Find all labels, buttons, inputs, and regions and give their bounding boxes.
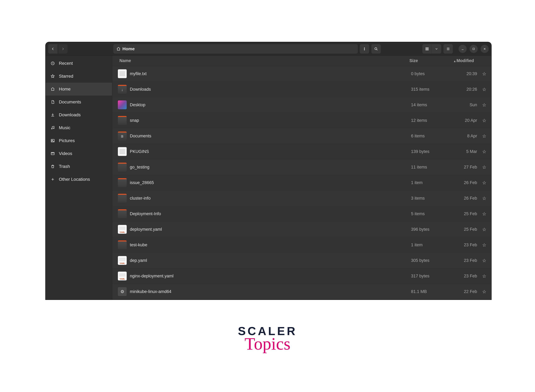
file-row[interactable]: cluster-info3 items26 Feb bbox=[112, 191, 491, 206]
hamburger-menu-button[interactable] bbox=[444, 44, 453, 54]
sidebar-item-starred[interactable]: Starred bbox=[46, 70, 112, 83]
window-body: RecentStarredHomeDocumentsDownloadsMusic… bbox=[46, 56, 491, 300]
view-grid-button[interactable] bbox=[422, 44, 432, 54]
star-button[interactable] bbox=[477, 227, 491, 232]
star-button[interactable] bbox=[477, 164, 491, 170]
sort-ascending-icon bbox=[454, 58, 456, 63]
path-controls bbox=[360, 44, 381, 54]
star-button[interactable] bbox=[477, 118, 491, 123]
svg-rect-7 bbox=[427, 49, 428, 50]
music-icon bbox=[50, 126, 55, 130]
svg-rect-12 bbox=[51, 139, 54, 142]
watermark: SCALER Topics bbox=[238, 325, 297, 352]
sidebar-item-documents[interactable]: Documents bbox=[46, 96, 112, 108]
downloads-icon bbox=[50, 113, 55, 117]
file-row[interactable]: go_testing11 items27 Feb bbox=[112, 159, 491, 175]
file-size: 11 items bbox=[411, 165, 444, 170]
star-button[interactable] bbox=[477, 149, 491, 154]
file-size: 0 bytes bbox=[411, 71, 444, 76]
file-row[interactable]: Downloads315 items20:26 bbox=[112, 82, 491, 97]
star-button[interactable] bbox=[477, 242, 491, 248]
other-icon bbox=[50, 177, 55, 181]
star-button[interactable] bbox=[477, 211, 491, 217]
svg-point-3 bbox=[375, 47, 377, 50]
file-modified: 25 Feb bbox=[444, 227, 477, 232]
exec-icon bbox=[118, 287, 127, 296]
file-row[interactable]: issue_286651 item26 Feb bbox=[112, 175, 491, 191]
file-size: 1 item bbox=[411, 180, 444, 185]
sidebar-item-home[interactable]: Home bbox=[46, 83, 112, 96]
star-button[interactable] bbox=[477, 87, 491, 92]
file-modified: 23 Feb bbox=[444, 258, 477, 263]
search-button[interactable] bbox=[371, 44, 381, 54]
recent-icon bbox=[50, 61, 55, 65]
back-button[interactable] bbox=[48, 44, 57, 54]
sidebar-item-videos[interactable]: Videos bbox=[46, 147, 112, 160]
svg-point-0 bbox=[364, 48, 365, 48]
file-name: snap bbox=[130, 118, 411, 123]
file-name: issue_28665 bbox=[130, 180, 411, 185]
star-button[interactable] bbox=[477, 102, 491, 108]
forward-button[interactable] bbox=[58, 44, 68, 54]
file-name: Desktop bbox=[130, 103, 411, 107]
sidebar: RecentStarredHomeDocumentsDownloadsMusic… bbox=[46, 56, 112, 300]
file-row[interactable]: deployment.yaml396 bytes25 Feb bbox=[112, 222, 491, 237]
file-manager-window: Home bbox=[46, 42, 491, 300]
star-icon bbox=[482, 103, 486, 107]
file-modified: 23 Feb bbox=[444, 243, 477, 247]
sidebar-item-music[interactable]: Music bbox=[46, 121, 112, 134]
svg-rect-5 bbox=[427, 48, 428, 49]
documents-icon bbox=[50, 100, 55, 104]
star-button[interactable] bbox=[477, 273, 491, 279]
sidebar-item-other-locations[interactable]: Other Locations bbox=[46, 173, 112, 186]
folder-icon bbox=[118, 240, 127, 249]
svg-point-1 bbox=[364, 49, 365, 49]
path-menu-button[interactable] bbox=[360, 44, 369, 54]
view-dropdown-button[interactable] bbox=[432, 44, 441, 54]
content-pane: Name Size Modified myfile.txt0 bytes20:3… bbox=[112, 56, 491, 300]
sidebar-item-downloads[interactable]: Downloads bbox=[46, 108, 112, 121]
file-row[interactable]: minikube-linux-amd6481.1 MB22 Feb bbox=[112, 284, 491, 299]
close-button[interactable] bbox=[481, 45, 489, 53]
file-modified: 26 Feb bbox=[444, 196, 477, 201]
star-button[interactable] bbox=[477, 71, 491, 77]
file-size: 5 items bbox=[411, 211, 444, 216]
file-size: 396 bytes bbox=[411, 227, 444, 232]
minimize-button[interactable] bbox=[459, 45, 467, 53]
file-row[interactable]: PKUGINS139 bytes5 Mar bbox=[112, 144, 491, 159]
file-modified: 8 Apr bbox=[444, 134, 477, 139]
file-row[interactable]: myfile.txt0 bytes20:39 bbox=[112, 66, 491, 82]
file-name: minikube-linux-amd64 bbox=[130, 289, 411, 294]
file-row[interactable]: Deployment-Info5 items25 Feb bbox=[112, 206, 491, 222]
star-button[interactable] bbox=[477, 180, 491, 186]
sidebar-item-pictures[interactable]: Pictures bbox=[46, 134, 112, 147]
col-modified-header[interactable]: Modified bbox=[443, 58, 477, 63]
sidebar-item-label: Starred bbox=[59, 74, 73, 79]
star-button[interactable] bbox=[477, 258, 491, 263]
folder-icon bbox=[118, 163, 127, 172]
file-size: 315 items bbox=[411, 87, 444, 92]
headerbar: Home bbox=[46, 42, 491, 56]
file-row[interactable]: snap12 items20 Apr bbox=[112, 113, 491, 128]
pathbar[interactable]: Home bbox=[113, 44, 358, 54]
star-button[interactable] bbox=[477, 196, 491, 201]
file-modified: 5 Mar bbox=[444, 149, 477, 154]
sidebar-item-label: Music bbox=[59, 125, 70, 130]
file-row[interactable]: dep.yaml305 bytes23 Feb bbox=[112, 253, 491, 268]
trash-icon bbox=[50, 164, 55, 168]
sidebar-item-recent[interactable]: Recent bbox=[46, 57, 112, 70]
star-button[interactable] bbox=[477, 133, 491, 139]
col-name-header[interactable]: Name bbox=[112, 58, 409, 63]
sidebar-item-trash[interactable]: Trash bbox=[46, 160, 112, 173]
file-name: dep.yaml bbox=[130, 258, 411, 263]
file-row[interactable]: Documents6 items8 Apr bbox=[112, 128, 491, 144]
star-icon bbox=[482, 72, 486, 76]
star-button[interactable] bbox=[477, 289, 491, 294]
sidebar-item-label: Recent bbox=[59, 61, 73, 66]
sidebar-item-label: Other Locations bbox=[59, 177, 90, 182]
file-row[interactable]: test-kube1 item23 Feb bbox=[112, 237, 491, 253]
maximize-button[interactable] bbox=[469, 45, 478, 53]
file-row[interactable]: nginx-deployment.yaml317 bytes23 Feb bbox=[112, 268, 491, 284]
file-row[interactable]: Desktop14 itemsSun bbox=[112, 97, 491, 113]
col-size-header[interactable]: Size bbox=[409, 58, 443, 63]
